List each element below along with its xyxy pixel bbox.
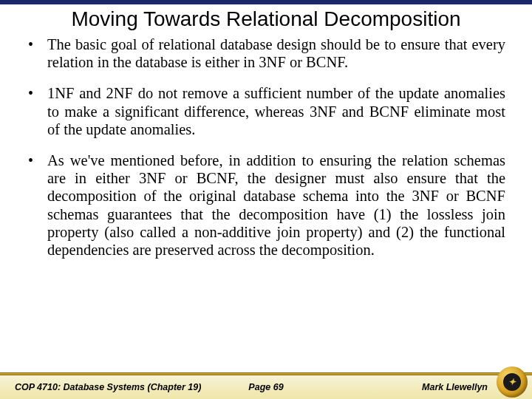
bullet-text: As we've mentioned before, in addition t…: [47, 151, 505, 259]
top-accent-bar: [0, 0, 532, 4]
bullet-item: • The basic goal of relational database …: [27, 35, 505, 71]
bullet-marker: •: [27, 35, 47, 54]
bullet-text: 1NF and 2NF do not remove a sufficient n…: [47, 84, 505, 138]
slide-body: • The basic goal of relational database …: [0, 35, 532, 259]
bullet-item: • As we've mentioned before, in addition…: [27, 151, 505, 259]
footer-page: Page 69: [248, 382, 283, 392]
bullet-text: The basic goal of relational database de…: [47, 35, 505, 71]
ucf-logo-icon: ✦: [497, 366, 528, 398]
footer-container: COP 4710: Database Systems (Chapter 19) …: [0, 372, 532, 399]
bullet-marker: •: [27, 84, 47, 103]
footer-author: Mark Llewellyn: [422, 382, 488, 392]
footer-course: COP 4710: Database Systems (Chapter 19): [15, 382, 201, 392]
footer: COP 4710: Database Systems (Chapter 19) …: [0, 375, 532, 399]
bullet-marker: •: [27, 151, 47, 170]
bullet-item: • 1NF and 2NF do not remove a sufficient…: [27, 84, 505, 138]
slide-title: Moving Towards Relational Decomposition: [0, 7, 532, 31]
